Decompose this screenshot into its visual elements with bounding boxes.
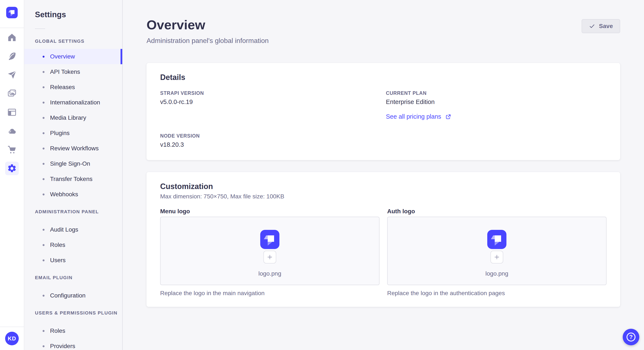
sidebar-item-webhooks[interactable]: Webhooks [24,187,122,202]
sidebar-item-label: Internationalization [50,99,100,106]
sidebar-item-media-library[interactable]: Media Library [24,110,122,126]
strapi-logo-preview-icon [487,230,506,249]
media-library-icon [7,89,17,98]
bullet-icon [42,117,44,119]
plus-icon [493,253,500,261]
nav-settings[interactable] [0,159,24,178]
icon-rail: KD [0,0,24,350]
bullet-icon [42,178,44,180]
sidebar-item-admin-users[interactable]: Users [24,253,122,268]
bullet-icon [42,102,44,104]
field-value: v18.20.3 [160,141,381,148]
bullet-icon [42,295,44,297]
workspace-logo-container[interactable] [0,0,24,28]
sidebar-item-transfer-tokens[interactable]: Transfer Tokens [24,172,122,187]
field-label: NODE VERSION [160,133,381,139]
subnav-divider [35,28,45,29]
bullet-icon [42,163,44,165]
save-button[interactable]: Save [582,19,620,33]
auth-logo-helper: Replace the logo in the authentication p… [387,290,606,297]
bullet-icon [42,193,44,195]
customization-constraints: Max dimension: 750×750, Max file size: 1… [160,193,606,200]
sidebar-item-label: Media Library [50,114,86,121]
field-value: Enterprise Edition [386,98,606,105]
subnav-title: Settings [35,10,122,19]
sidebar-item-label: Audit Logs [50,226,78,233]
sidebar-item-label: Roles [50,328,66,334]
sidebar-item-review-workflows[interactable]: Review Workflows [24,141,122,156]
plus-icon [266,253,274,261]
sidebar-item-label: Single Sign-On [50,160,90,167]
auth-logo-field: Auth logo logo.png Replace [387,208,606,297]
sidebar-item-overview[interactable]: Overview [24,49,122,64]
current-plan-field: CURRENT PLAN Enterprise Edition See all … [386,90,606,120]
cloud-icon [7,126,17,136]
sidebar-item-plugins[interactable]: Plugins [24,126,122,141]
node-version-field: NODE VERSION v18.20.3 [160,133,381,148]
add-menu-logo-button[interactable] [264,251,276,263]
add-auth-logo-button[interactable] [490,251,503,263]
menu-logo-field: Menu logo logo.png Replace [160,208,380,297]
sidebar-item-label: Releases [50,84,75,91]
sidebar-item-up-providers[interactable]: Providers [24,339,122,350]
sidebar-item-email-configuration[interactable]: Configuration [24,288,122,303]
sidebar-item-audit-logs[interactable]: Audit Logs [24,222,122,237]
sidebar-item-single-sign-on[interactable]: Single Sign-On [24,156,122,172]
customization-heading: Customization [160,182,606,191]
rail-nav-items [0,28,24,178]
section-label-users-permissions-plugin: USERS & PERMISSIONS PLUGIN [35,310,122,316]
section-label-administration-panel: ADMINISTRATION PANEL [35,209,122,215]
section-email-plugin: Configuration [24,288,122,303]
bullet-icon [42,244,44,246]
sidebar-item-label: Overview [50,53,75,60]
help-button[interactable]: ? [623,329,639,345]
nav-marketplace[interactable] [0,140,24,159]
bullet-icon [42,259,44,261]
bullet-icon [42,330,44,332]
nav-home[interactable] [0,28,24,47]
external-link-icon [445,114,452,120]
nav-media-library[interactable] [0,84,24,103]
strapi-logo-icon [6,7,18,18]
nav-releases[interactable] [0,65,24,84]
sidebar-item-releases[interactable]: Releases [24,80,122,95]
main-content: Overview Administration panel's global i… [123,0,644,350]
field-label: STRAPI VERSION [160,90,381,96]
strapi-logo-preview-icon [260,230,280,249]
menu-logo-filename: logo.png [258,270,281,277]
nav-content-manager[interactable] [0,47,24,65]
sidebar-item-label: Webhooks [50,191,78,198]
sidebar-item-api-tokens[interactable]: API Tokens [24,64,122,80]
sidebar-item-admin-roles[interactable]: Roles [24,237,122,253]
bullet-icon [42,229,44,231]
sidebar-item-up-roles[interactable]: Roles [24,323,122,339]
home-icon [7,32,17,42]
sidebar-item-label: Review Workflows [50,145,98,152]
sidebar-item-label: API Tokens [50,68,80,75]
user-avatar[interactable]: KD [5,332,19,345]
nav-deploy-cloud[interactable] [0,122,24,140]
auth-logo-upload-box[interactable]: logo.png [387,217,606,285]
bullet-icon [42,71,44,73]
gear-icon [7,164,17,173]
pricing-plans-link[interactable]: See all pricing plans [386,113,452,120]
sidebar-item-internationalization[interactable]: Internationalization [24,95,122,110]
cart-icon [7,145,17,155]
section-administration-panel: Audit Logs Roles Users [24,222,122,268]
pricing-plans-link-label: See all pricing plans [386,113,441,120]
layout-icon [7,107,17,117]
sidebar-item-label: Plugins [50,130,70,137]
feather-icon [7,51,17,61]
menu-logo-label: Menu logo [160,208,380,215]
page-subtitle: Administration panel's global informatio… [146,37,620,45]
menu-logo-upload-box[interactable]: logo.png [160,217,380,285]
bullet-icon [42,132,44,134]
paper-plane-icon [7,70,17,80]
save-button-label: Save [599,23,613,29]
details-grid: STRAPI VERSION v5.0.0-rc.19 CURRENT PLAN… [160,90,606,148]
page-title: Overview [146,18,620,31]
section-label-global-settings: GLOBAL SETTINGS [35,38,122,44]
bullet-icon [42,148,44,150]
strapi-version-field: STRAPI VERSION v5.0.0-rc.19 [160,90,381,120]
nav-content-type-builder[interactable] [0,103,24,122]
